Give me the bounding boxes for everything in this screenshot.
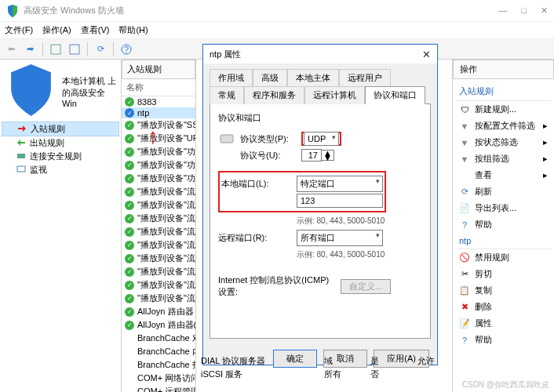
- nav-tree: 本地计算机 上的高级安全 Win 入站规则 出站规则 连接安全规则 监视: [0, 60, 122, 392]
- filter-icon: ▼: [459, 137, 470, 148]
- tab-scope[interactable]: 作用域: [210, 69, 253, 86]
- action-help2[interactable]: ?帮助: [456, 332, 551, 348]
- monitor-icon: [16, 164, 27, 175]
- show-hide-icon[interactable]: [48, 42, 64, 57]
- tab-remotecomp[interactable]: 远程计算机: [304, 86, 365, 104]
- rule-name: "播放到设备"流式处理: [137, 212, 195, 224]
- rule-row[interactable]: ✓"播放到设备"功能(qWa: [122, 145, 195, 158]
- rule-row[interactable]: ✓"播放到设备"功能(qWa: [122, 158, 195, 172]
- tab-advanced[interactable]: 高级: [253, 69, 287, 86]
- rule-name: BranchCache 托管缓存: [137, 359, 195, 371]
- enabled-icon: ✓: [125, 174, 134, 183]
- tab-local[interactable]: 本地主体: [287, 69, 339, 86]
- action-help[interactable]: ?帮助: [456, 216, 551, 233]
- rule-name: "播放到设备"SSDP 发现: [137, 119, 195, 131]
- rule-row[interactable]: ✓"播放到设备"流式处理: [122, 198, 195, 212]
- dialog-titlebar: ntp 属性 ✕: [203, 45, 437, 64]
- rule-name: "播放到设备"流式处理: [137, 199, 195, 211]
- help-icon[interactable]: ?: [118, 42, 134, 57]
- close-icon[interactable]: ✕: [541, 5, 548, 16]
- dialog-close-icon[interactable]: ✕: [422, 49, 431, 60]
- proto-num-label: 协议号(U):: [240, 150, 297, 162]
- action-delete[interactable]: ✖删除: [456, 299, 551, 315]
- action-view[interactable]: 查看▸: [456, 167, 551, 183]
- copy-icon: 📋: [459, 285, 470, 296]
- rule-row[interactable]: ✓BranchCache 对等机发: [122, 332, 195, 345]
- enabled-icon: ✓: [125, 281, 134, 290]
- menu-file[interactable]: 文件(F): [5, 24, 33, 36]
- tab-remote[interactable]: 远程用户: [339, 69, 391, 86]
- rule-row[interactable]: ✓"播放到设备"流式处理: [122, 265, 195, 278]
- tab-protocol[interactable]: 协议和端口: [365, 86, 425, 104]
- tree-outbound[interactable]: 出站规则: [2, 136, 119, 150]
- action-filter-profile[interactable]: ▼按配置文件筛选▸: [456, 118, 551, 134]
- cut-icon: ✂: [459, 269, 470, 280]
- rule-row[interactable]: ✓"播放到设备"流式处理: [122, 292, 195, 305]
- enabled-icon: ✓: [125, 121, 134, 130]
- rule-row[interactable]: ✓COM+ 远程管理(DCO: [122, 385, 195, 392]
- local-port-input[interactable]: 123: [297, 194, 383, 208]
- action-export[interactable]: 📄导出列表...: [456, 200, 551, 216]
- rule-row[interactable]: ✓"播放到设备"流式处理: [122, 212, 195, 225]
- help-icon: ?: [459, 335, 470, 346]
- forward-icon[interactable]: ➡: [22, 42, 38, 57]
- rule-name: "播放到设备"流式处理: [137, 186, 195, 198]
- rule-row[interactable]: ✓AllJoyn 路由器 (UDP-I: [122, 305, 195, 318]
- action-new-rule[interactable]: 🛡新建规则...: [456, 101, 551, 118]
- action-refresh[interactable]: ⟳刷新: [456, 183, 551, 200]
- menu-action[interactable]: 操作(A): [42, 24, 71, 36]
- rule-row[interactable]: ✓BranchCache 内容检索: [122, 345, 195, 358]
- local-port-select[interactable]: 特定端口: [297, 176, 383, 192]
- actions-section-ntp: ntp: [456, 233, 551, 249]
- export-icon: 📄: [459, 203, 470, 214]
- tree-inbound[interactable]: 入站规则: [2, 122, 119, 136]
- tab-general[interactable]: 常规: [210, 86, 244, 104]
- action-disable[interactable]: 🚫禁用规则: [456, 249, 551, 266]
- rule-row[interactable]: ✓"播放到设备"UPnP 事件: [122, 132, 195, 145]
- menu-help[interactable]: 帮助(H): [118, 24, 148, 36]
- svg-text:?: ?: [124, 45, 129, 54]
- action-copy[interactable]: 📋复制: [456, 282, 551, 299]
- rule-row[interactable]: ✓"播放到设备"SSDP 发现: [122, 118, 195, 132]
- rule-row[interactable]: ✓ntp: [122, 107, 195, 118]
- rule-row[interactable]: ✓BranchCache 托管缓存: [122, 358, 195, 372]
- action-cut[interactable]: ✂剪切: [456, 266, 551, 282]
- disable-icon: 🚫: [459, 252, 470, 263]
- minimize-icon[interactable]: —: [498, 5, 507, 16]
- tree-monitor[interactable]: 监视: [2, 163, 119, 176]
- back-icon[interactable]: ⬅: [3, 42, 19, 57]
- rule-name: "播放到设备"流式处理: [137, 239, 195, 251]
- rule-row[interactable]: ✓"播放到设备"功能(qWa: [122, 172, 195, 185]
- rule-row[interactable]: ✓8383: [122, 96, 195, 107]
- rule-row[interactable]: ✓"播放到设备"流式处理: [122, 238, 195, 252]
- icmp-label: Internet 控制消息协议(ICMP)设置:: [218, 274, 336, 298]
- actions-section-inbound: 入站规则: [456, 82, 551, 101]
- proto-type-select[interactable]: UDP: [304, 132, 339, 146]
- refresh-icon[interactable]: ⟳: [93, 42, 108, 57]
- enabled-icon: ✓: [125, 241, 134, 250]
- tree-root[interactable]: 本地计算机 上的高级安全 Win: [2, 63, 119, 122]
- rule-row[interactable]: ✓AllJoyn 路由器(TCP-In: [122, 318, 195, 332]
- rule-row[interactable]: ✓"播放到设备"流式处理: [122, 225, 195, 238]
- firewall-icon: [3, 64, 59, 120]
- customize-button[interactable]: 自定义...: [341, 279, 391, 294]
- remote-port-select[interactable]: 所有端口: [297, 230, 383, 246]
- action-filter-group[interactable]: ▼按组筛选▸: [456, 151, 551, 167]
- rule-row[interactable]: ✓COM+ 网络访问(DCO: [122, 372, 195, 385]
- menu-view[interactable]: 查看(V): [81, 24, 110, 36]
- col-name[interactable]: 名称: [122, 79, 195, 96]
- action-filter-state[interactable]: ▼按状态筛选▸: [456, 134, 551, 151]
- rule-row[interactable]: ✓"播放到设备"流式处理: [122, 252, 195, 265]
- svg-rect-6: [221, 135, 233, 143]
- rule-row[interactable]: ✓"播放到设备"流式处理: [122, 185, 195, 198]
- action-properties[interactable]: 📝属性: [456, 315, 551, 332]
- maximize-icon[interactable]: □: [521, 5, 527, 16]
- proto-num-spinner[interactable]: 17▲▼: [301, 149, 334, 162]
- connsec-icon: [16, 151, 27, 162]
- filter-icon[interactable]: [67, 42, 82, 57]
- tab-programs[interactable]: 程序和服务: [244, 86, 304, 104]
- props-icon: 📝: [459, 318, 470, 329]
- rule-row[interactable]: ✓"播放到设备"流式处理: [122, 278, 195, 292]
- filter-icon: ▼: [459, 154, 470, 165]
- tree-connsec[interactable]: 连接安全规则: [2, 150, 119, 163]
